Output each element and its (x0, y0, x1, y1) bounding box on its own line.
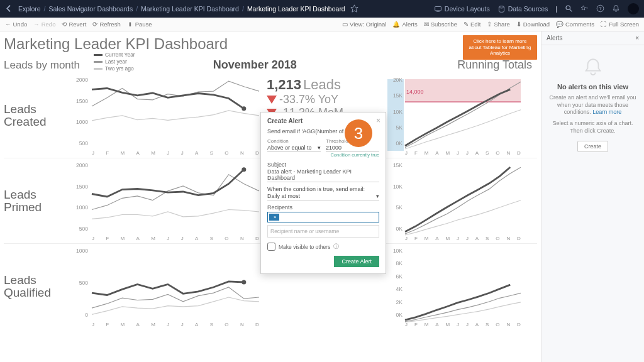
threshold-label: 14,000 (406, 89, 424, 95)
view-button[interactable]: ▭ View: Original (342, 21, 386, 28)
monthly-chart[interactable]: 200015001000500 JFMAMJJASOND (67, 73, 262, 158)
notifications-icon[interactable] (612, 4, 620, 14)
close-panel-icon[interactable]: × (635, 35, 639, 41)
info-icon[interactable]: ⓘ (333, 243, 339, 251)
monthly-chart[interactable]: 200015001000500 JFMAMJJASOND (67, 158, 262, 243)
download-button[interactable]: ⬇ Download (516, 21, 550, 28)
legend: Current Year Last year Two yrs ago (94, 52, 135, 72)
toolbar: ← Undo → Redo ⟲ Revert ⟳ Refresh ⏸ Pause… (0, 18, 644, 31)
svg-point-6 (242, 106, 246, 111)
search-icon[interactable] (565, 4, 573, 14)
row-label: Leads Qualified (4, 244, 67, 329)
visible-others-checkbox[interactable] (267, 243, 275, 251)
recipient-search[interactable]: Recipient name or username (267, 225, 379, 238)
no-alerts-heading: No alerts on this view (557, 83, 628, 90)
revert-button[interactable]: ⟲ Revert (62, 21, 86, 28)
recipient-chip: × (269, 214, 279, 221)
fav-dropdown-icon[interactable] (580, 4, 589, 14)
chevron-down-icon: ▾ (318, 145, 321, 151)
frequency-select[interactable]: Daily at most▾ (267, 192, 379, 200)
data-sources-button[interactable]: Data Sources (497, 5, 548, 13)
redo-button[interactable]: → Redo (33, 21, 55, 28)
month-header: November 2018 (213, 58, 297, 72)
running-total-chart[interactable]: 15K10K5K0K JFMAMJJASOND (387, 158, 523, 243)
svg-point-3 (566, 6, 570, 10)
svg-point-10 (242, 167, 246, 172)
row-label: Leads Created (4, 73, 67, 158)
help-icon[interactable]: ? (596, 4, 604, 14)
back-icon[interactable] (5, 4, 13, 14)
svg-rect-1 (436, 11, 440, 11)
breadcrumb-root[interactable]: Explore (18, 5, 41, 13)
alerts-button[interactable]: 🔔 Alerts (392, 21, 417, 28)
alerts-panel-title: Alerts (547, 35, 563, 41)
breadcrumb-l2[interactable]: Marketing Leader KPI Dashboard (141, 5, 239, 13)
subscribe-button[interactable]: ✉ Subscribe (424, 21, 457, 28)
running-total-chart[interactable]: 10K8K6K4K2K0K JFMAMJJASOND (387, 244, 523, 329)
device-layouts-button[interactable]: Device Layouts (434, 5, 490, 13)
comments-button[interactable]: 💬 Comments (556, 21, 594, 28)
cta-banner[interactable]: Click here to learn more about Tableau f… (463, 35, 537, 60)
create-alert-button[interactable]: Create Alert (334, 256, 379, 267)
svg-text:?: ? (599, 6, 601, 11)
pause-button[interactable]: ⏸ Pause (127, 21, 152, 28)
dashboard-title: Marketing Leader KPI Dashboard (4, 35, 537, 53)
monthly-chart[interactable]: 10005000 JFMAMJJASOND (67, 244, 262, 329)
svg-rect-0 (435, 6, 441, 11)
recipients-input[interactable]: × (267, 212, 379, 222)
dashboard: Click here to learn more about Tableau f… (0, 31, 541, 362)
undo-button[interactable]: ← Undo (5, 21, 27, 28)
refresh-button[interactable]: ⟳ Refresh (92, 21, 120, 28)
subtitle-leads-by-month: Leads by month (4, 59, 80, 72)
close-icon[interactable]: × (376, 116, 380, 125)
share-button[interactable]: ⇪ Share (487, 21, 509, 28)
svg-point-2 (499, 6, 504, 8)
breadcrumb-current: Marketing Leader KPI Dashboard (247, 5, 345, 13)
create-button[interactable]: Create (577, 141, 608, 152)
subject-input[interactable]: Data alert - Marketing Leader KPI Dashbo… (267, 168, 379, 182)
breadcrumb: Explore/ Sales Navigator Dashboards/ Mar… (18, 5, 345, 13)
fullscreen-button[interactable]: ⛶ Full Screen (601, 21, 639, 28)
running-total-chart[interactable]: 20K15K10K5K0K 14,000 JFMAMJJASOND (387, 73, 523, 158)
step-badge: 3 (345, 119, 372, 147)
svg-point-11 (242, 280, 246, 285)
learn-more-link[interactable]: Learn more (592, 109, 621, 115)
chevron-down-icon: ▾ (376, 193, 379, 199)
chip-remove-icon[interactable]: × (274, 214, 277, 220)
bell-icon (582, 57, 604, 78)
avatar[interactable] (628, 3, 639, 14)
star-icon[interactable] (350, 4, 358, 14)
running-totals-header: Running Totals (457, 58, 532, 72)
edit-button[interactable]: ✎ Edit (464, 21, 480, 28)
alerts-panel: Alerts × No alerts on this view Create a… (541, 31, 644, 362)
breadcrumb-l1[interactable]: Sales Navigator Dashboards (49, 5, 133, 13)
row-label: Leads Primed (4, 158, 67, 243)
topbar: Explore/ Sales Navigator Dashboards/ Mar… (0, 0, 644, 18)
condition-select[interactable]: Above or equal to▾ (267, 144, 321, 152)
